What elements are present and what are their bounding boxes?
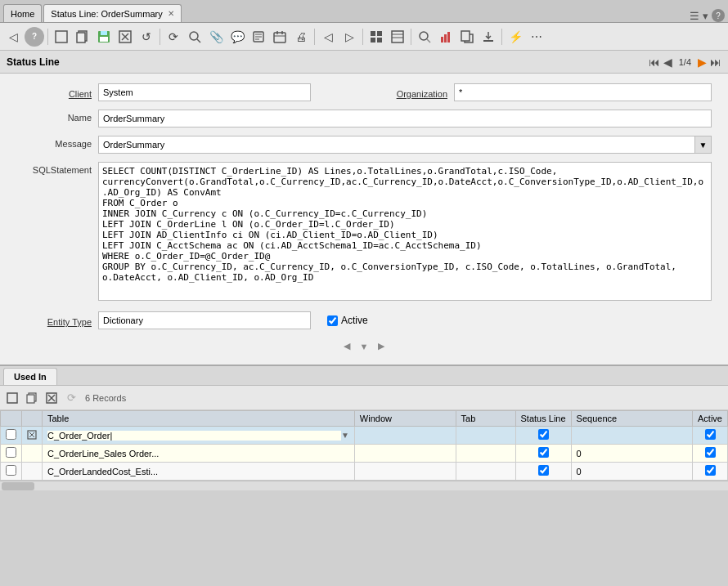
calendar-button[interactable] [270,27,290,47]
save-button[interactable] [94,27,114,47]
client-input[interactable] [98,83,311,101]
nav-next-button[interactable]: ▷ [339,27,359,47]
data-table: Table Window Tab Status Line Sequence Ac… [0,410,728,481]
nav-prev-button[interactable]: ◁ [318,27,338,47]
row1-table-input[interactable] [47,431,341,441]
col-table: Table [43,411,355,427]
svg-rect-5 [100,37,108,42]
svg-rect-19 [371,31,375,36]
row1-active-check[interactable] [705,429,716,440]
col-check [1,411,22,427]
row1-edit-icon [27,430,37,440]
help-icon[interactable]: ? [712,9,725,22]
subtoolbar-copy-btn[interactable] [23,389,41,407]
row2-statusline-check[interactable] [538,447,549,458]
row3-tab-cell [456,463,515,481]
org-input[interactable] [454,83,712,101]
sep-6 [501,29,502,45]
entity-type-label: Entity Type [16,314,98,327]
subtoolbar-new-btn[interactable] [3,389,21,407]
row3-statusline-check[interactable] [538,465,549,476]
svg-rect-0 [56,31,67,42]
active-check-group: Active [327,315,368,326]
svg-rect-32 [483,40,493,42]
attach-button[interactable]: 📎 [206,27,226,47]
grid-button[interactable] [366,27,386,47]
row2-checkbox[interactable] [6,447,16,458]
row1-table-dropdown[interactable]: ▼ [341,431,349,440]
sql-row: SQLStatement SELECT COUNT(DISTINCT C_Ord… [16,162,712,303]
zoom-button[interactable] [185,27,204,47]
copy-button[interactable] [73,27,92,47]
more-button[interactable]: ⋯ [527,27,546,47]
subtoolbar-refresh-btn[interactable]: ⟳ [62,389,80,407]
print-button[interactable]: 🖨 [291,27,311,47]
row1-table-cell[interactable]: ▼ [43,427,355,445]
row3-active-check[interactable] [705,465,716,476]
tab-home-label: Home [11,9,34,19]
nav-last-icon[interactable]: ⏭ [710,56,721,69]
col-window: Window [354,411,456,427]
org-label: Organization [372,86,454,99]
undo-button[interactable]: ↺ [137,27,156,47]
active-checkbox[interactable] [327,315,338,326]
nav-first-icon[interactable]: ⏮ [649,56,660,69]
row3-active-cell [693,463,728,481]
report-button[interactable] [436,27,456,47]
client-label: Client [16,86,98,99]
subtoolbar-delete-btn[interactable] [43,389,61,407]
name-label: Name [16,110,98,123]
svg-rect-4 [101,31,107,35]
row1-checkbox[interactable] [6,429,16,440]
row3-select-cell [1,463,22,481]
name-field [98,110,712,127]
col-statusline: Status Line [515,411,571,427]
refresh-button[interactable]: ⟳ [164,27,183,47]
nav-forward-icon[interactable]: ▶ [698,56,707,69]
find-button[interactable] [415,27,434,47]
tab-close-icon[interactable]: ✕ [168,9,174,18]
entity-type-input[interactable] [98,311,311,329]
workflow-button[interactable]: ⚡ [506,27,525,47]
row2-table-cell: C_OrderLine_Sales Order... [43,445,355,463]
name-input[interactable] [98,110,712,127]
sep-down-icon: ▼ [360,342,369,351]
export-button[interactable] [457,27,477,47]
svg-point-9 [190,32,198,40]
row3-checkbox[interactable] [6,465,16,476]
history-button[interactable] [249,27,268,47]
back-button[interactable]: ◁ [3,27,23,47]
message-dropdown-btn[interactable]: ▼ [695,136,712,154]
scrollbar-thumb[interactable] [2,482,34,490]
message-row: Message ▼ [16,136,712,154]
col-sequence: Sequence [571,411,692,427]
expand-icon[interactable]: ▾ [703,10,708,22]
import-button[interactable] [479,27,498,47]
row1-active-cell [693,427,728,445]
tab-home[interactable]: Home [3,4,42,22]
menu-icon[interactable]: ☰ [690,10,699,22]
message-input[interactable] [98,136,695,154]
bottom-section: Used In ⟳ 6 Records Table Window Tab [0,365,728,490]
svg-rect-30 [447,32,450,42]
subtab-used-in[interactable]: Used In [3,368,57,385]
main-toolbar: ◁ ? ↺ ⟳ 📎 💬 🖨 ◁ ▷ [0,23,728,51]
svg-rect-22 [377,38,382,42]
svg-rect-28 [441,37,443,42]
new-button[interactable] [52,27,71,47]
nav-title: Status Line [7,56,649,68]
sep-3 [314,29,315,45]
svg-rect-20 [377,31,382,36]
form-button[interactable] [388,27,407,47]
chat-button[interactable]: 💬 [227,27,247,47]
sql-textarea[interactable]: SELECT COUNT(DISTINCT C_OrderLine_ID) AS… [98,162,712,301]
scrollbar-area [0,481,728,490]
row1-select-cell [1,427,22,445]
delete-button[interactable] [115,27,135,47]
row1-statusline-check[interactable] [538,429,549,440]
row2-active-check[interactable] [705,447,716,458]
tab-active[interactable]: Status Line: OrderSummary ✕ [43,4,181,22]
nav-back-icon[interactable]: ◀ [663,56,672,69]
help-button[interactable]: ? [25,27,44,47]
row3-sequence-cell: 0 [571,463,692,481]
